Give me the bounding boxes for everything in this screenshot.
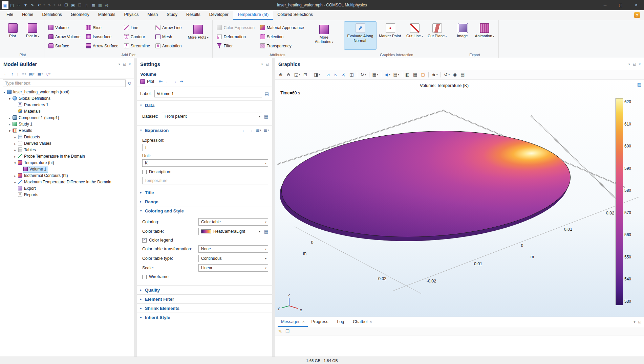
tree-chevron-icon[interactable] <box>13 141 17 146</box>
zoom-box-icon[interactable]: ◱▾ <box>293 71 301 78</box>
section-data[interactable]: Data <box>137 100 272 110</box>
ribbon-small-button[interactable]: Isosurface <box>84 32 121 41</box>
scale-select[interactable]: Linear▾ <box>198 264 268 272</box>
close-button[interactable]: × <box>628 0 644 10</box>
help-icon[interactable]: ? <box>634 12 640 18</box>
ribbon-tab[interactable]: Colored Selections <box>273 10 317 20</box>
section-inherit-style[interactable]: Inherit Style <box>137 313 272 322</box>
tree-item[interactable]: Component 1 (comp1) <box>0 114 134 121</box>
model-manager-icon[interactable]: ▦ <box>90 1 96 9</box>
panel-splitter[interactable] <box>272 58 275 357</box>
more-plots-button[interactable]: More Plots▾ <box>185 23 211 51</box>
panel-float-icon[interactable]: ◱ <box>266 62 269 66</box>
messages-tab[interactable]: Chatbot × <box>349 317 375 327</box>
ribbon-small-button[interactable]: Line <box>122 23 152 32</box>
section-title[interactable]: Title <box>137 188 272 197</box>
axis-zx-view-icon[interactable]: ∡ <box>340 71 347 78</box>
description-checkbox[interactable] <box>142 170 147 174</box>
tree-item[interactable]: Results <box>0 127 134 134</box>
panel-menu-icon[interactable]: ▾ <box>634 320 636 324</box>
unit-select[interactable]: K▾ <box>142 159 268 167</box>
ribbon-small-button[interactable]: Annotation <box>153 41 184 50</box>
presenter-icon[interactable]: ☻▾ <box>430 71 439 78</box>
tree-item[interactable]: Export <box>0 185 134 191</box>
label-input[interactable] <box>154 90 262 97</box>
tree-chevron-icon[interactable] <box>13 147 17 152</box>
panel-float-icon[interactable]: ◱ <box>633 62 636 66</box>
tree-chevron-icon[interactable] <box>7 128 12 133</box>
expression-picker-icon[interactable]: ▦▾ <box>256 128 261 133</box>
ribbon-small-button[interactable]: Volume <box>46 23 83 32</box>
tree-item[interactable]: Derived Values <box>0 140 134 146</box>
tree-chevron-icon[interactable] <box>13 160 17 165</box>
panel-menu-icon[interactable]: ▾ <box>261 62 263 66</box>
section-coloring-style[interactable]: Coloring and Style <box>137 206 272 215</box>
ribbon-tab[interactable]: Physics <box>120 10 143 20</box>
section-expression[interactable]: Expression ← → ▦ <box>137 126 272 135</box>
split-view-icon[interactable]: ◧ <box>404 71 411 78</box>
plot-previous-icon[interactable]: ← <box>165 79 170 84</box>
tree-item[interactable]: Maximum Temperature Difference in the Do… <box>0 179 134 185</box>
tree-item[interactable]: Datasets <box>0 134 134 140</box>
ribbon-large-button[interactable]: Plot In▾ <box>23 21 42 50</box>
open-file-icon[interactable]: ▱ <box>16 1 22 9</box>
messages-tab[interactable]: Log <box>334 317 349 327</box>
print-icon[interactable]: ▤ <box>459 71 466 78</box>
nav-back-icon[interactable]: ← <box>3 71 9 77</box>
paste-icon[interactable]: ▣ <box>70 1 76 9</box>
graphics-3d-scene[interactable]: 0 m -0.02 -0.02 -0.01 0 m 0.01 0.02 <box>275 80 644 317</box>
panel-float-icon[interactable]: ◱ <box>123 62 126 66</box>
ribbon-large-button[interactable]: Evaluate Along Normal <box>344 21 377 50</box>
ribbon-large-button[interactable]: Cut Line▾ <box>404 21 425 50</box>
view-orientation-icon[interactable]: ◨▾ <box>313 71 321 78</box>
tree-options-icon[interactable]: ≡▾ <box>21 71 27 77</box>
dataset-select[interactable]: From parent▾ <box>162 113 262 120</box>
ribbon-small-button[interactable]: Arrow Volume <box>46 32 83 41</box>
tree-item[interactable]: Parameters 1 <box>0 101 134 108</box>
tree-chevron-icon[interactable] <box>13 135 17 139</box>
color-table-transformation-select[interactable]: None▾ <box>198 245 268 253</box>
zoom-out-icon[interactable]: ⊖ <box>285 71 292 78</box>
ribbon-large-button[interactable]: Image <box>453 21 473 50</box>
ribbon-tab[interactable]: Home <box>18 10 38 20</box>
zoom-extents-icon[interactable]: ⊡ <box>302 71 309 78</box>
tree-chevron-icon[interactable] <box>13 173 17 178</box>
rotate-view-icon[interactable]: ↻▾ <box>359 71 367 78</box>
section-shrink-elements[interactable]: Shrink Elements <box>137 303 272 313</box>
redo-icon[interactable]: ↷ <box>46 1 52 9</box>
plot-button[interactable]: Plot <box>147 79 154 84</box>
section-element-filter[interactable]: Element Filter <box>137 294 272 303</box>
ribbon-tab[interactable]: Results <box>182 10 205 20</box>
tree-chevron-icon[interactable] <box>7 122 12 127</box>
minimize-button[interactable]: ─ <box>597 0 613 10</box>
plot-last-icon[interactable]: ⇥ <box>179 79 184 84</box>
messages-tab[interactable]: Messages × <box>278 317 308 327</box>
tree-item[interactable]: Global Definitions <box>0 95 134 101</box>
tree-item[interactable]: Reports <box>0 191 134 198</box>
save-icon[interactable]: ▼ <box>22 1 29 9</box>
tree-item[interactable]: Study 1 <box>0 121 134 127</box>
search-icon[interactable]: ◎ <box>104 1 110 9</box>
plot-next-icon[interactable]: → <box>172 79 177 84</box>
tree-item[interactable]: laser_heating_wafer.mph (root) <box>0 89 134 95</box>
ribbon-small-button[interactable]: Arrow Surface <box>84 41 121 50</box>
tree-item[interactable]: Volume 1 <box>0 166 134 172</box>
ribbon-large-button[interactable]: Marker Point <box>377 21 404 50</box>
ribbon-small-button[interactable]: Mesh <box>153 32 184 41</box>
node-grouping-icon[interactable]: ▦▾ <box>36 71 44 77</box>
wireframe-checkbox[interactable] <box>142 275 147 279</box>
unit-picker-icon[interactable]: ▦▾ <box>263 128 269 133</box>
replace-expression-icon[interactable]: ← <box>242 128 246 133</box>
snapshot-icon[interactable]: ◉ <box>451 71 458 78</box>
panel-menu-icon[interactable]: ▾ <box>119 62 120 66</box>
ribbon-tab[interactable]: Temperature (ht) <box>233 10 273 20</box>
color-table-options-icon[interactable]: ▦ <box>264 229 268 234</box>
close-tab-icon[interactable]: × <box>370 320 372 324</box>
duplicate-icon[interactable]: ❐ <box>77 1 83 9</box>
maximize-button[interactable]: ▢ <box>613 0 628 10</box>
new-file-icon[interactable]: ▢ <box>9 1 15 9</box>
ribbon-small-button[interactable]: Arrow Line <box>153 23 184 32</box>
axis-xy-view-icon[interactable]: ⊿ <box>325 71 332 78</box>
color-table-select[interactable]: HeatCameraLight▾ <box>198 228 262 235</box>
section-quality[interactable]: Quality <box>137 285 272 294</box>
